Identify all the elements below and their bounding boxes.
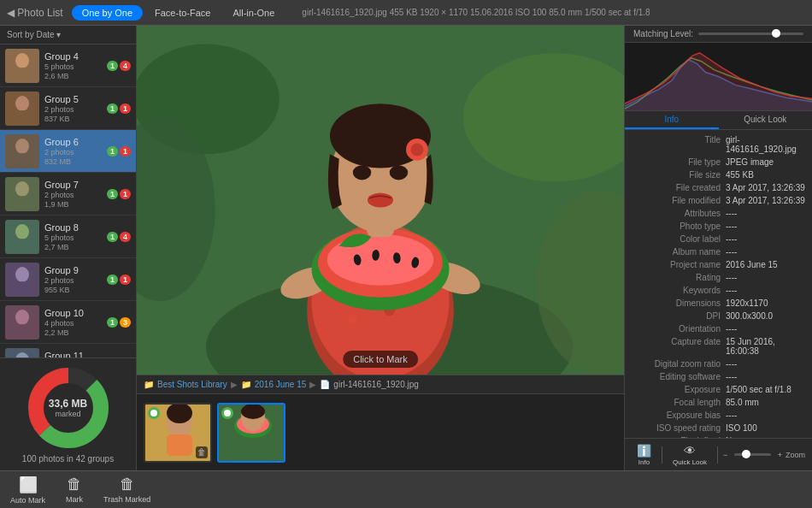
meta-val: girl-1461616_1920.jpg [726, 135, 805, 154]
badge-red-group6: 1 [120, 146, 131, 157]
badge-green-group7: 1 [107, 189, 118, 199]
meta-val: 1920x1170 [726, 298, 805, 308]
meta-val: 1/500 sec at f/1.8 [726, 385, 805, 394]
meta-key: File modified [632, 196, 726, 205]
group-thumb-group7 [5, 177, 39, 211]
auto-mark-button[interactable]: ⬜ Auto Mark [10, 476, 45, 505]
group-size-group8: 2,7 MB [44, 243, 105, 251]
auto-mark-label: Auto Mark [10, 496, 45, 505]
group-badges-group10: 1 3 [107, 317, 131, 328]
info-button[interactable]: ℹ️ Info [632, 441, 656, 469]
svg-point-52 [410, 143, 423, 156]
group-badges-group5: 1 1 [107, 103, 131, 114]
meta-val: ---- [726, 222, 805, 231]
svg-rect-58 [167, 434, 192, 456]
file-icon: 📄 [320, 380, 330, 389]
meta-val: ---- [726, 234, 805, 244]
mark-button[interactable]: 🗑 Mark [66, 476, 83, 504]
badge-red-group8: 4 [120, 232, 131, 242]
breadcrumb-file: girl-1461616_1920.jpg [333, 380, 419, 389]
group-item-group7[interactable]: Group 7 2 photos 1,9 MB 1 1 [0, 173, 136, 216]
badge-red-group7: 1 [120, 189, 131, 199]
matching-slider-thumb[interactable] [772, 29, 780, 38]
meta-key: Orientation [632, 324, 726, 334]
group-badges-group4: 1 4 [107, 61, 131, 71]
group-name-group8: Group 8 [44, 222, 105, 233]
meta-row: Digital zoom ratio ---- [625, 357, 812, 370]
meta-val: ---- [726, 286, 805, 295]
thumbnail-2[interactable] [217, 403, 285, 463]
group-badges-group9: 1 1 [107, 275, 131, 285]
group-info-group9: Group 9 2 photos 955 KB [44, 265, 105, 294]
thumb-badge-1 [148, 407, 160, 419]
group-badges-group8: 1 4 [107, 232, 131, 242]
group-size-group4: 2,6 MB [44, 72, 105, 80]
main-image-area[interactable]: Click to Mark [137, 26, 624, 375]
meta-key: DPI [632, 311, 726, 321]
group-item-group4[interactable]: Group 4 5 photos 2,6 MB 1 4 [0, 44, 136, 87]
group-item-group10[interactable]: Group 10 4 photos 2,2 MB 1 3 [0, 301, 136, 344]
metadata-list: Title girl-1461616_1920.jpg File type JP… [625, 130, 812, 438]
badge-green-group6: 1 [107, 146, 118, 157]
meta-row: File modified 3 Apr 2017, 13:26:39 [625, 194, 812, 207]
folder-icon: 📁 [144, 380, 154, 389]
tab-face-to-face[interactable]: Face-to-Face [144, 5, 221, 21]
group-item-group9[interactable]: Group 9 2 photos 955 KB 1 1 [0, 258, 136, 301]
group-sub-group9: 2 photos [44, 276, 105, 285]
group-item-group8[interactable]: Group 8 5 photos 2,7 MB 1 4 [0, 216, 136, 258]
group-sub-group6: 2 photos [44, 148, 105, 157]
group-item-group11[interactable]: Group 11 2 photos 1 MB 1 1 [0, 344, 136, 357]
breadcrumb-sep2: ▶ [309, 380, 316, 389]
meta-row: Keywords ---- [625, 284, 812, 297]
badge-red-group5: 1 [120, 103, 131, 114]
meta-key: Focal length [632, 398, 726, 407]
group-info-group4: Group 4 5 photos 2,6 MB [44, 51, 105, 80]
svg-point-7 [15, 139, 29, 154]
thumb-delete-1[interactable]: 🗑 [196, 446, 208, 458]
meta-row: Orientation ---- [625, 322, 812, 335]
group-info-group8: Group 8 5 photos 2,7 MB [44, 222, 105, 251]
tab-info[interactable]: Info [625, 111, 719, 129]
matching-bar: Matching Level: [625, 26, 812, 43]
group-name-group10: Group 10 [44, 308, 105, 318]
group-item-group6[interactable]: Group 6 2 photos 832 MB 1 1 [0, 130, 136, 173]
group-thumb-group9 [5, 263, 39, 297]
group-name-group11: Group 11 [44, 351, 105, 358]
meta-key: Capture date [632, 337, 726, 356]
breadcrumb-folder[interactable]: 2016 June 15 [255, 380, 307, 389]
group-sub-group8: 5 photos [44, 233, 105, 242]
meta-key: File type [632, 157, 726, 167]
zoom-minus[interactable]: − [723, 451, 727, 459]
group-size-group5: 837 KB [44, 115, 105, 123]
meta-val: ISO 100 [726, 423, 805, 433]
thumbnail-1[interactable]: 🗑 [144, 403, 212, 463]
svg-point-55 [368, 192, 393, 207]
zoom-slider[interactable] [734, 453, 770, 456]
meta-key: Dimensions [632, 298, 726, 308]
groups-list: Group 4 5 photos 2,6 MB 1 4 Group 5 2 ph… [0, 44, 136, 357]
meta-key: Exposure [632, 385, 726, 394]
donut-chart: 33,6 MB marked [26, 365, 111, 451]
thumb-badge-2 [221, 407, 233, 419]
zoom-slider-thumb[interactable] [742, 450, 750, 458]
tab-one-by-one-active[interactable]: One by One [72, 5, 143, 21]
group-item-group5[interactable]: Group 5 2 photos 837 KB 1 1 [0, 87, 136, 130]
group-info-group7: Group 7 2 photos 1,9 MB [44, 180, 105, 209]
svg-rect-5 [14, 110, 31, 122]
meta-row: Dimensions 1920x1170 [625, 297, 812, 310]
meta-key: Color label [632, 234, 726, 244]
group-size-group9: 955 KB [44, 286, 105, 294]
main-photo[interactable] [137, 26, 624, 375]
tab-quicklook[interactable]: Quick Look [719, 111, 813, 129]
group-size-group10: 2,2 MB [44, 328, 105, 337]
zoom-plus[interactable]: + [778, 451, 782, 459]
trash-marked-button[interactable]: 🗑 Trash Marked [103, 476, 150, 504]
sort-bar[interactable]: Sort by Date ▾ [0, 26, 136, 44]
group-thumb-group6 [5, 134, 39, 168]
breadcrumb-library[interactable]: Best Shots Library [157, 380, 227, 389]
tab-all-in-one[interactable]: All-in-One [222, 5, 285, 21]
quicklook-button[interactable]: 👁 Quick Look [668, 441, 712, 469]
badge-red-group4: 4 [120, 61, 131, 71]
meta-key: Attributes [632, 209, 726, 218]
back-button[interactable]: ◀ Photo List [7, 7, 63, 19]
